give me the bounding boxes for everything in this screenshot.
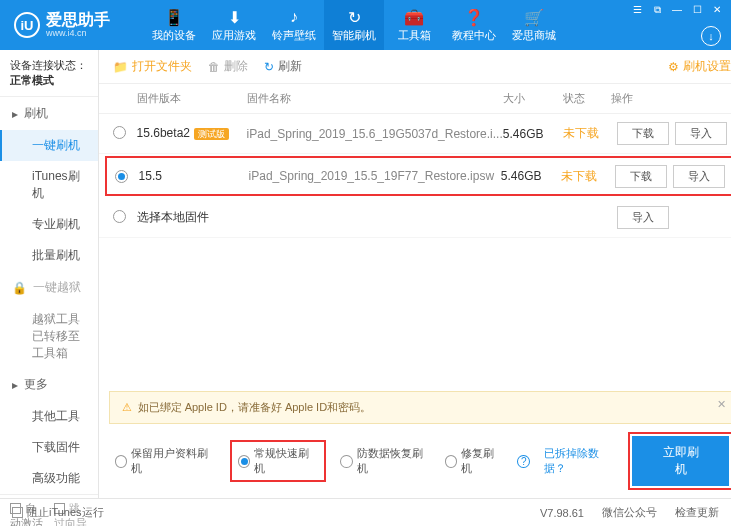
close-icon[interactable]: ✕ [709, 4, 725, 16]
nav-icon: 🧰 [404, 8, 424, 26]
folder-icon [113, 60, 128, 74]
local-radio[interactable] [113, 210, 126, 223]
window-controls: ☰ ⧉ — ☐ ✕ [629, 4, 725, 16]
menu-group-flash[interactable]: ▸刷机 [0, 97, 98, 130]
sidebar-item[interactable]: 下载固件 [0, 432, 98, 463]
menu-group-more[interactable]: ▸更多 [0, 368, 98, 401]
data-removed-link[interactable]: 已拆掉除数据？ [544, 446, 618, 476]
nav-icon: ♪ [290, 8, 298, 26]
firmware-row[interactable]: 15.6beta2测试版iPad_Spring_2019_15.6_19G503… [99, 114, 731, 154]
jailbreak-moved-note: 越狱工具已转移至工具箱 [0, 304, 98, 368]
toolbar: 打开文件夹 删除 刷新 刷机设置 [99, 50, 731, 84]
close-warning-icon[interactable]: ✕ [717, 398, 726, 411]
app-name: 爱思助手 [46, 12, 110, 28]
version-label: V7.98.61 [540, 507, 584, 519]
nav-icon: 🛒 [524, 8, 544, 26]
nav-工具箱[interactable]: 🧰工具箱 [384, 0, 444, 50]
check-update-link[interactable]: 检查更新 [675, 505, 719, 520]
download-indicator-icon[interactable]: ↓ [701, 26, 721, 46]
nav-icon: ⬇ [228, 8, 241, 26]
local-firmware-row: 选择本地固件 导入 [99, 198, 731, 238]
opt-anti-recovery[interactable]: 防数据恢复刷机 [340, 446, 431, 476]
top-nav: 📱我的设备⬇应用游戏♪铃声壁纸↻智能刷机🧰工具箱❓教程中心🛒爱思商城 [144, 0, 564, 50]
import-local-button[interactable]: 导入 [617, 206, 669, 229]
help-icon[interactable]: ? [517, 455, 530, 468]
gear-icon [668, 60, 679, 74]
nav-教程中心[interactable]: ❓教程中心 [444, 0, 504, 50]
appleid-warning: 如已绑定 Apple ID，请准备好 Apple ID和密码。 ✕ [109, 391, 731, 424]
sidebar-item[interactable]: 专业刷机 [0, 209, 98, 240]
download-button[interactable]: 下载 [615, 165, 667, 188]
clone-icon[interactable]: ⧉ [649, 4, 665, 16]
nav-应用游戏[interactable]: ⬇应用游戏 [204, 0, 264, 50]
menu-group-jailbreak[interactable]: 🔒一键越狱 [0, 271, 98, 304]
menu-icon[interactable]: ☰ [629, 4, 645, 16]
nav-icon: 📱 [164, 8, 184, 26]
block-itunes-checkbox[interactable]: 阻止iTunes运行 [12, 505, 104, 520]
opt-repair-flash[interactable]: 修复刷机 [445, 446, 504, 476]
nav-我的设备[interactable]: 📱我的设备 [144, 0, 204, 50]
sidebar-item[interactable]: iTunes刷机 [0, 161, 98, 209]
opt-keep-data[interactable]: 保留用户资料刷机 [115, 446, 216, 476]
refresh-icon [264, 60, 274, 74]
firmware-row[interactable]: 15.5iPad_Spring_2019_15.5_19F77_Restore.… [105, 156, 731, 196]
app-sub: www.i4.cn [46, 28, 110, 38]
refresh-button[interactable]: 刷新 [264, 58, 302, 75]
nav-icon: ❓ [464, 8, 484, 26]
nav-智能刷机[interactable]: ↻智能刷机 [324, 0, 384, 50]
flash-settings-button[interactable]: 刷机设置 [668, 58, 731, 75]
connection-status: 设备连接状态：正常模式 [0, 50, 98, 97]
titlebar: iU 爱思助手 www.i4.cn 📱我的设备⬇应用游戏♪铃声壁纸↻智能刷机🧰工… [0, 0, 731, 50]
maximize-icon[interactable]: ☐ [689, 4, 705, 16]
flash-now-button[interactable]: 立即刷机 [632, 436, 728, 486]
delete-button[interactable]: 删除 [208, 58, 248, 75]
nav-铃声壁纸[interactable]: ♪铃声壁纸 [264, 0, 324, 50]
minimize-icon[interactable]: — [669, 4, 685, 16]
sidebar-item[interactable]: 高级功能 [0, 463, 98, 494]
sidebar-item[interactable]: 一键刷机 [0, 130, 98, 161]
warn-icon [122, 401, 132, 414]
row-radio[interactable] [115, 170, 128, 183]
table-header: 固件版本 固件名称 大小 状态 操作 [99, 84, 731, 114]
sidebar: 设备连接状态：正常模式 ▸刷机 一键刷机iTunes刷机专业刷机批量刷机 🔒一键… [0, 50, 99, 498]
sidebar-item[interactable]: 其他工具 [0, 401, 98, 432]
nav-icon: ↻ [348, 8, 361, 26]
download-button[interactable]: 下载 [617, 122, 669, 145]
opt-quick-flash[interactable]: 常规快速刷机 [230, 440, 326, 482]
open-folder-button[interactable]: 打开文件夹 [113, 58, 192, 75]
app-logo: iU 爱思助手 www.i4.cn [0, 12, 124, 38]
trash-icon [208, 60, 220, 74]
main-panel: 打开文件夹 删除 刷新 刷机设置 固件版本 固件名称 大小 状态 操作 15.6… [99, 50, 731, 498]
sidebar-item[interactable]: 批量刷机 [0, 240, 98, 271]
row-radio[interactable] [113, 126, 126, 139]
status-bar: 阻止iTunes运行 V7.98.61 微信公众号 检查更新 [0, 498, 731, 526]
wechat-link[interactable]: 微信公众号 [602, 505, 657, 520]
logo-icon: iU [14, 12, 40, 38]
flash-options: 保留用户资料刷机 常规快速刷机 防数据恢复刷机 修复刷机 ? 已拆掉除数据？ 立… [99, 424, 731, 498]
import-button[interactable]: 导入 [675, 122, 727, 145]
import-button[interactable]: 导入 [673, 165, 725, 188]
nav-爱思商城[interactable]: 🛒爱思商城 [504, 0, 564, 50]
